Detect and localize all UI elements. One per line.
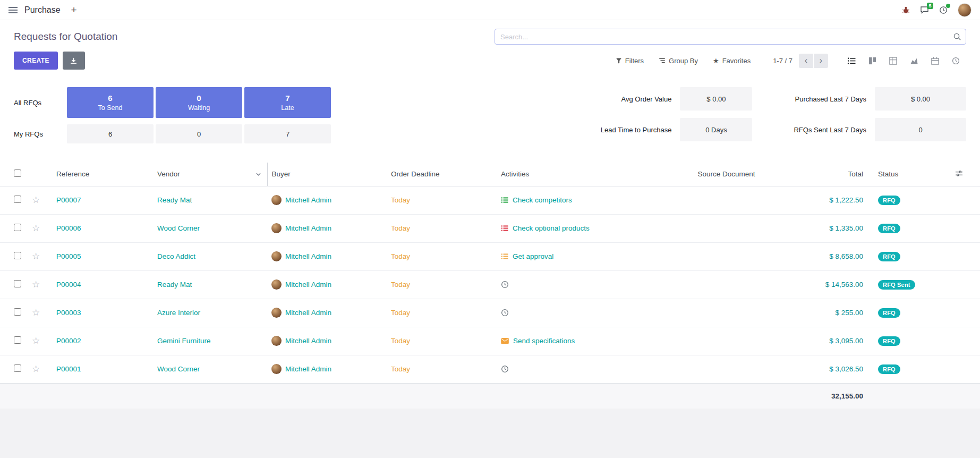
envelope-icon[interactable] — [501, 338, 509, 344]
app-name[interactable]: Purchase — [24, 5, 61, 15]
list-view-icon[interactable] — [841, 54, 862, 67]
buyer-link[interactable]: Mitchell Admin — [285, 224, 331, 232]
row-checkbox[interactable] — [14, 308, 21, 316]
status-column-header[interactable]: Status — [874, 163, 938, 186]
to-send-label: To Send — [98, 104, 123, 112]
total-column-header[interactable]: Total — [781, 163, 874, 186]
reference-column-header[interactable]: Reference — [52, 163, 153, 186]
activities-clock-icon[interactable] — [939, 6, 948, 14]
row-checkbox[interactable] — [14, 336, 21, 344]
activity-label[interactable]: Check competitors — [513, 196, 572, 204]
bug-icon[interactable] — [902, 6, 910, 14]
clock-icon[interactable] — [501, 365, 509, 373]
table-row[interactable]: ☆ P00005 Deco Addict Mitchell Admin Toda… — [0, 242, 980, 270]
table-row[interactable]: ☆ P00003 Azure Interior Mitchell Admin T… — [0, 299, 980, 327]
new-tab-plus-icon[interactable]: + — [71, 5, 77, 15]
table-row[interactable]: ☆ P00004 Ready Mat Mitchell Admin Today — [0, 270, 980, 299]
waiting-card[interactable]: 0 Waiting — [156, 87, 242, 118]
vendor-link[interactable]: Ready Mat — [157, 281, 192, 289]
favorite-star-icon[interactable]: ☆ — [32, 251, 40, 261]
favorite-star-icon[interactable]: ☆ — [32, 195, 40, 205]
buyer-link[interactable]: Mitchell Admin — [285, 252, 331, 260]
table-row[interactable]: ☆ P00007 Ready Mat Mitchell Admin Today — [0, 186, 980, 214]
buyer-link[interactable]: Mitchell Admin — [285, 196, 331, 204]
reference-link[interactable]: P00004 — [56, 281, 81, 289]
pivot-view-icon[interactable] — [883, 54, 904, 67]
status-badge: RFQ — [878, 196, 900, 205]
activity-label[interactable]: Check optional products — [513, 224, 590, 232]
my-to-send-count[interactable]: 6 — [67, 124, 154, 143]
buyer-column-header[interactable]: Buyer — [267, 163, 387, 186]
pager-previous-button[interactable]: ‹ — [799, 54, 813, 68]
my-waiting-count[interactable]: 0 — [156, 124, 242, 143]
vendor-link[interactable]: Gemini Furniture — [157, 337, 211, 345]
order-deadline-value: Today — [391, 224, 410, 232]
clock-icon[interactable] — [501, 281, 509, 289]
buyer-link[interactable]: Mitchell Admin — [285, 337, 331, 345]
buyer-avatar — [271, 223, 282, 233]
reference-link[interactable]: P00005 — [56, 252, 81, 260]
favorite-star-icon[interactable]: ☆ — [32, 336, 40, 346]
favorite-star-icon[interactable]: ☆ — [32, 223, 40, 233]
select-all-checkbox[interactable] — [14, 169, 21, 177]
tasks-icon[interactable] — [501, 225, 508, 232]
vendor-link[interactable]: Ready Mat — [157, 196, 192, 204]
vendor-column-header[interactable]: Vendor — [153, 163, 267, 186]
tasks-icon[interactable] — [501, 253, 508, 260]
graph-view-icon[interactable] — [904, 54, 925, 67]
row-checkbox[interactable] — [14, 252, 21, 259]
search-icon[interactable] — [953, 32, 961, 41]
favorite-star-icon[interactable]: ☆ — [32, 364, 40, 374]
reference-link[interactable]: P00006 — [56, 224, 81, 232]
activity-view-icon[interactable] — [945, 54, 966, 67]
optional-columns-icon[interactable] — [955, 169, 963, 177]
filters-button[interactable]: Filters — [616, 57, 644, 65]
reference-link[interactable]: P00007 — [56, 196, 81, 204]
purchased-last-7-days-label: Purchased Last 7 Days — [761, 95, 866, 103]
hamburger-icon[interactable] — [8, 7, 18, 13]
source-document-column-header[interactable]: Source Document — [672, 163, 781, 186]
clock-icon[interactable] — [501, 309, 509, 317]
sort-caret-down-icon[interactable] — [256, 173, 263, 176]
reference-link[interactable]: P00001 — [56, 365, 81, 373]
table-row[interactable]: ☆ P00006 Wood Corner Mitchell Admin Toda… — [0, 214, 980, 242]
order-deadline-value: Today — [391, 252, 410, 260]
row-checkbox[interactable] — [14, 224, 21, 231]
buyer-link[interactable]: Mitchell Admin — [285, 309, 331, 317]
filter-funnel-icon — [616, 57, 622, 64]
late-card[interactable]: 7 Late — [244, 87, 331, 118]
favorite-star-icon[interactable]: ☆ — [32, 308, 40, 318]
group-by-button[interactable]: Group By — [659, 57, 698, 65]
row-checkbox[interactable] — [14, 280, 21, 287]
kanban-view-icon[interactable] — [862, 54, 883, 67]
late-count: 7 — [285, 94, 289, 103]
create-button[interactable]: CREATE — [14, 52, 58, 70]
order-deadline-column-header[interactable]: Order Deadline — [387, 163, 497, 186]
favorite-star-icon[interactable]: ☆ — [32, 279, 40, 290]
to-send-card[interactable]: 6 To Send — [67, 87, 154, 118]
messages-icon[interactable]: 5 — [920, 6, 929, 14]
activity-label[interactable]: Get approval — [513, 252, 553, 260]
activity-label[interactable]: Send specifications — [513, 337, 575, 345]
row-checkbox[interactable] — [14, 196, 21, 203]
search-input[interactable] — [495, 29, 966, 45]
my-late-count[interactable]: 7 — [244, 124, 331, 143]
table-row[interactable]: ☆ P00001 Wood Corner Mitchell Admin Toda… — [0, 355, 980, 383]
reference-link[interactable]: P00002 — [56, 337, 81, 345]
calendar-view-icon[interactable] — [925, 54, 945, 67]
reference-link[interactable]: P00003 — [56, 309, 81, 317]
vendor-link[interactable]: Wood Corner — [157, 365, 200, 373]
row-checkbox[interactable] — [14, 364, 21, 372]
tasks-icon[interactable] — [501, 197, 508, 203]
user-avatar[interactable] — [958, 3, 972, 17]
favorites-button[interactable]: ★ Favorites — [713, 57, 751, 65]
vendor-link[interactable]: Deco Addict — [157, 252, 195, 260]
vendor-link[interactable]: Wood Corner — [157, 224, 200, 232]
export-download-button[interactable] — [63, 52, 85, 70]
table-row[interactable]: ☆ P00002 Gemini Furniture Mitchell Admin… — [0, 327, 980, 355]
vendor-link[interactable]: Azure Interior — [157, 309, 200, 317]
buyer-link[interactable]: Mitchell Admin — [285, 365, 331, 373]
pager-next-button[interactable]: › — [814, 54, 828, 68]
activities-column-header[interactable]: Activities — [497, 163, 672, 186]
buyer-link[interactable]: Mitchell Admin — [285, 281, 331, 289]
